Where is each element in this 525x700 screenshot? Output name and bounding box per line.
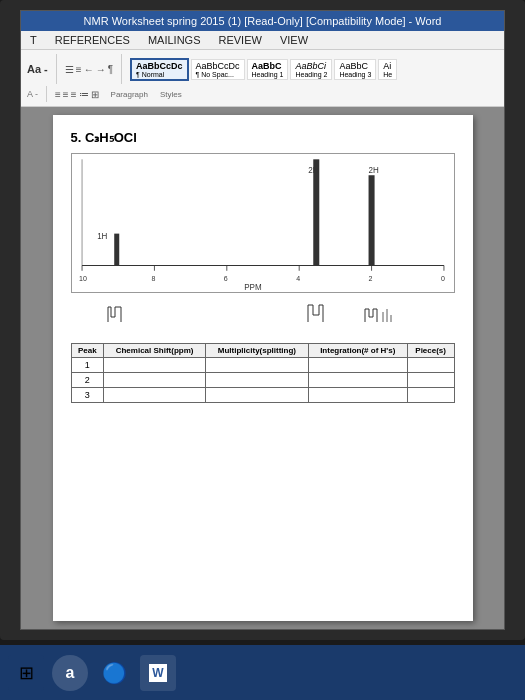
peak-3-multiplicity[interactable]	[206, 388, 309, 403]
indent-icon[interactable]: ⊞	[91, 89, 99, 100]
question-number: 5.	[71, 130, 82, 145]
peak-1-multiplicity[interactable]	[206, 358, 309, 373]
peak-2-number: 2	[71, 373, 104, 388]
style-heading2[interactable]: AaBbCi Heading 2	[290, 59, 332, 80]
peak-2-multiplicity[interactable]	[206, 373, 309, 388]
svg-rect-6	[368, 175, 374, 265]
peak-3-shift[interactable]	[104, 388, 206, 403]
svg-rect-4	[313, 159, 319, 265]
browser-button[interactable]: 🔵	[96, 655, 132, 691]
font-color-icon[interactable]: A -	[27, 89, 38, 99]
table-row: 1	[71, 358, 454, 373]
svg-rect-2	[114, 234, 119, 266]
document-page: 5. C₃H₅OCl 1H	[53, 115, 473, 621]
style-heading4[interactable]: Ai He	[378, 59, 397, 80]
paragraph-icon-2[interactable]: ≡	[76, 64, 82, 75]
peak-3-pieces[interactable]	[407, 388, 454, 403]
search-button[interactable]: a	[52, 655, 88, 691]
svg-text:6: 6	[223, 274, 227, 283]
styles-section-label: Styles	[160, 90, 182, 99]
question-title: 5. C₃H₅OCl	[71, 130, 455, 145]
svg-text:1H: 1H	[97, 232, 107, 241]
monitor-bezel: NMR Worksheet spring 2015 (1) [Read-Only…	[0, 0, 525, 640]
table-header-integration: Integration(# of H's)	[308, 344, 407, 358]
peak-1-pieces[interactable]	[407, 358, 454, 373]
start-button[interactable]: ⊞	[8, 655, 44, 691]
compound-formula: C₃H₅OCl	[85, 130, 137, 145]
integration-svg	[71, 297, 455, 337]
search-icon: a	[66, 664, 75, 682]
nmr-chart-container: 1H 2H 2H 10 8	[71, 153, 455, 293]
menu-review[interactable]: REVIEW	[216, 33, 265, 47]
svg-text:2: 2	[368, 274, 372, 283]
peak-1-integration[interactable]	[308, 358, 407, 373]
align-center-icon[interactable]: ≡	[63, 89, 69, 100]
styles-group: AaBbCcDc ¶ Normal AaBbCcDc ¶ No Spac... …	[130, 58, 397, 81]
align-left-icon[interactable]: ≡	[55, 89, 61, 100]
word-taskbar-button[interactable]: W	[140, 655, 176, 691]
document-content-area: 5. C₃H₅OCl 1H	[21, 107, 504, 629]
menu-mailings[interactable]: MAILINGS	[145, 33, 204, 47]
browser-icon: 🔵	[102, 661, 127, 685]
menu-t[interactable]: T	[27, 33, 40, 47]
peak-3-integration[interactable]	[308, 388, 407, 403]
paragraph-icon-3[interactable]: ←	[84, 64, 94, 75]
nmr-chart-svg: 1H 2H 2H 10 8	[72, 154, 454, 292]
svg-text:8: 8	[151, 274, 155, 283]
style-normal[interactable]: AaBbCcDc ¶ Normal	[130, 58, 189, 81]
svg-text:PPM: PPM	[244, 283, 262, 292]
title-text: NMR Worksheet spring 2015 (1) [Read-Only…	[84, 15, 442, 27]
word-window: NMR Worksheet spring 2015 (1) [Read-Only…	[20, 10, 505, 630]
peak-1-number: 1	[71, 358, 104, 373]
paragraph-icon-4[interactable]: →	[96, 64, 106, 75]
nmr-table: Peak Chemical Shift(ppm) Multiplicity(sp…	[71, 343, 455, 403]
svg-text:0: 0	[440, 274, 444, 283]
style-heading3[interactable]: AaBbC Heading 3	[334, 59, 376, 80]
ribbon-divider-3	[46, 86, 47, 102]
integration-area	[71, 297, 455, 337]
style-no-space[interactable]: AaBbCcDc ¶ No Spac...	[191, 59, 245, 80]
ribbon-divider-2	[121, 54, 122, 84]
paragraph-section-label: Paragraph	[111, 90, 148, 99]
table-header-shift: Chemical Shift(ppm)	[104, 344, 206, 358]
table-row: 2	[71, 373, 454, 388]
svg-text:2H: 2H	[308, 166, 318, 175]
word-icon: W	[149, 664, 166, 682]
ribbon-divider-1	[56, 54, 57, 84]
taskbar: ⊞ a 🔵 W	[0, 645, 525, 700]
paragraph-icon-5[interactable]: ¶	[108, 64, 113, 75]
paragraph-icon-1[interactable]: ☰	[65, 64, 74, 75]
svg-text:10: 10	[79, 274, 87, 283]
peak-2-pieces[interactable]	[407, 373, 454, 388]
align-right-icon[interactable]: ≡	[71, 89, 77, 100]
table-header-pieces: Piece(s)	[407, 344, 454, 358]
style-heading1[interactable]: AaBbC Heading 1	[247, 59, 289, 80]
table-header-peak: Peak	[71, 344, 104, 358]
menu-references[interactable]: REFERENCES	[52, 33, 133, 47]
peak-2-integration[interactable]	[308, 373, 407, 388]
peak-2-shift[interactable]	[104, 373, 206, 388]
peak-1-shift[interactable]	[104, 358, 206, 373]
list-icon[interactable]: ≔	[79, 89, 89, 100]
menu-bar: T REFERENCES MAILINGS REVIEW VIEW	[21, 31, 504, 50]
peak-3-number: 3	[71, 388, 104, 403]
menu-view[interactable]: VIEW	[277, 33, 311, 47]
ribbon: Aa - ☰ ≡ ← → ¶ AaBbCcDc ¶ Normal	[21, 50, 504, 107]
svg-text:2H: 2H	[368, 166, 378, 175]
table-row: 3	[71, 388, 454, 403]
font-aa-label: Aa -	[27, 63, 48, 75]
title-bar: NMR Worksheet spring 2015 (1) [Read-Only…	[21, 11, 504, 31]
svg-text:4: 4	[296, 274, 300, 283]
table-header-multiplicity: Multiplicity(splitting)	[206, 344, 309, 358]
start-icon: ⊞	[19, 662, 34, 684]
